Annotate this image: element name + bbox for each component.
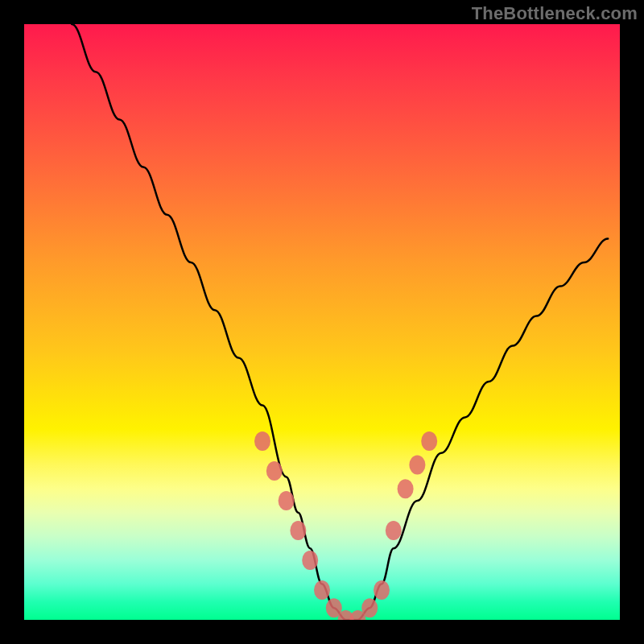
- chart-frame: TheBottleneck.com: [0, 0, 644, 644]
- chart-svg: [24, 24, 620, 620]
- highlight-dot: [314, 580, 330, 600]
- highlight-dot: [279, 491, 295, 510]
- plot-area: [24, 24, 620, 620]
- highlight-dot: [398, 479, 414, 498]
- watermark-text: TheBottleneck.com: [472, 3, 638, 24]
- highlight-dots-group: [254, 431, 437, 620]
- highlight-dot: [409, 456, 425, 475]
- highlight-dot: [421, 431, 437, 451]
- highlight-dot: [386, 521, 402, 540]
- bottleneck-curve: [72, 24, 608, 620]
- highlight-dot: [290, 521, 306, 540]
- highlight-dot: [302, 551, 318, 570]
- highlight-dot: [361, 598, 378, 617]
- highlight-dot: [374, 580, 390, 600]
- highlight-dot: [266, 461, 283, 481]
- highlight-dot: [254, 431, 270, 451]
